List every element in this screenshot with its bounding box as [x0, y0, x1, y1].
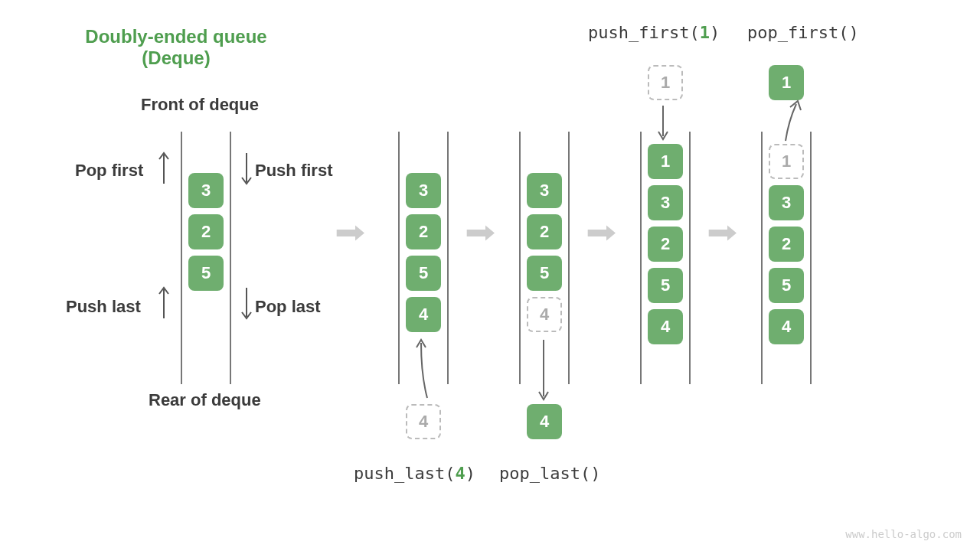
title-line-1: Doubly-ended queue — [77, 26, 276, 47]
code-arg: 1 — [700, 23, 710, 42]
arrow-up-icon — [158, 285, 170, 321]
floating-cell: 1 — [769, 65, 804, 100]
push-first-call-label: push_first(1) — [588, 23, 720, 42]
transition-arrow-icon: ➡ — [335, 214, 366, 249]
code-arg: 4 — [455, 464, 465, 483]
push-last-call-label: push_last(4) — [354, 464, 475, 483]
pop-first-call-label: pop_first() — [747, 23, 859, 42]
arrow-down-icon — [536, 337, 551, 403]
deque-cell: 3 — [527, 173, 562, 208]
watermark: www.hello-algo.com — [845, 528, 962, 540]
code-text: ) — [710, 23, 720, 42]
arrow-down-icon — [240, 150, 253, 187]
deque-cell: 2 — [188, 214, 224, 249]
deque-cell: 3 — [406, 173, 441, 208]
deque-cell: 2 — [769, 227, 804, 262]
deque-cell: 5 — [188, 256, 224, 291]
deque-cell: 2 — [527, 214, 562, 249]
transition-arrow-icon: ➡ — [465, 214, 496, 249]
deque-cell: 5 — [406, 256, 441, 291]
pop-last-label: Pop last — [255, 297, 321, 317]
diagram-title: Doubly-ended queue (Deque) — [77, 26, 276, 69]
code-text: push_last( — [354, 464, 455, 483]
floating-cell: 1 — [648, 65, 683, 100]
rear-of-deque-label: Rear of deque — [149, 390, 261, 410]
pop-first-label: Pop first — [75, 161, 143, 181]
deque-cell: 3 — [188, 173, 224, 208]
deque-cell: 3 — [769, 185, 804, 220]
deque-cell: 3 — [648, 185, 683, 220]
floating-cell: 4 — [406, 404, 441, 439]
pop-last-call-label: pop_last() — [499, 464, 600, 483]
arrow-up-icon — [158, 150, 170, 187]
arrow-down-icon — [240, 285, 253, 321]
arrow-up-icon — [782, 98, 813, 144]
floating-cell: 4 — [527, 404, 562, 439]
deque-cell: 5 — [648, 268, 683, 303]
deque-cell: 1 — [769, 144, 804, 179]
arrow-down-icon — [655, 103, 671, 142]
deque-cell: 5 — [769, 268, 804, 303]
transition-arrow-icon: ➡ — [586, 214, 617, 249]
arrow-up-icon — [412, 337, 435, 403]
front-of-deque-label: Front of deque — [141, 95, 259, 115]
deque-cell: 2 — [406, 214, 441, 249]
push-last-label: Push last — [66, 297, 141, 317]
deque-cell: 1 — [648, 144, 683, 179]
deque-cell: 4 — [406, 297, 441, 332]
title-line-2: (Deque) — [77, 47, 276, 69]
transition-arrow-icon: ➡ — [707, 214, 738, 249]
deque-cell: 5 — [527, 256, 562, 291]
deque-cell: 4 — [769, 309, 804, 344]
code-text: ) — [466, 464, 475, 483]
deque-cell: 4 — [527, 297, 562, 332]
push-first-label: Push first — [255, 161, 332, 181]
code-text: push_first( — [588, 23, 700, 42]
deque-cell: 4 — [648, 309, 683, 344]
deque-cell: 2 — [648, 227, 683, 262]
